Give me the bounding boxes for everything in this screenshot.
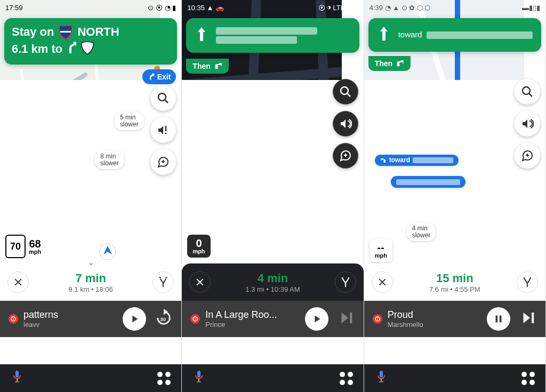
banner-to-word: to <box>51 42 62 57</box>
eta-subtext: 1.3 mi • 10:39 AM <box>211 285 334 293</box>
then-chip-label: Then <box>192 62 210 70</box>
status-bar: 4:39 ◔ ▲ ⊙ ✿ ⬡ ⬡ ▬▮▯▮ <box>364 0 545 15</box>
route-options-button[interactable] <box>335 271 356 293</box>
report-fab[interactable] <box>150 149 176 175</box>
media-bar[interactable]: patterns leavv 30 <box>0 301 181 337</box>
phone-pane-2: 10:35 ▲ 🚗 ⦿ ◑ LTE ◢ ▮ Then 0mph 4 min 1.… <box>182 0 364 392</box>
nav-banner[interactable]: Stay on NORTH 6.1 km to <box>4 18 177 65</box>
route-shield-icon <box>79 42 95 55</box>
media-title: patterns <box>23 309 123 321</box>
interstate-shield-icon <box>58 25 73 39</box>
exit-chip-label: Exit <box>157 73 171 81</box>
svg-point-11 <box>165 132 167 134</box>
forward-30-button[interactable]: 30 <box>155 309 173 329</box>
status-clock: 17:59 <box>5 4 23 12</box>
then-chip[interactable]: Then <box>368 56 411 71</box>
mic-button[interactable] <box>11 370 23 387</box>
fab-column <box>150 85 176 175</box>
alt-route-chip[interactable]: 4 minslower <box>407 223 436 241</box>
assistant-bar <box>182 364 363 392</box>
report-fab[interactable] <box>515 143 540 169</box>
status-clock: 10:35 ▲ 🚗 <box>187 4 224 12</box>
close-nav-button[interactable] <box>7 271 29 293</box>
speed-indicator: 70 68mph <box>5 235 41 258</box>
chevron-marker-icon <box>99 243 117 263</box>
status-indicators: ⦿ ◑ LTE ◢ ▮ <box>318 4 358 12</box>
svg-point-42 <box>523 87 530 94</box>
eta-time: 15 min <box>393 271 517 285</box>
eta-card[interactable]: ⌄ 7 min 9.1 km • 18:06 <box>0 263 181 301</box>
svg-rect-50 <box>495 316 497 323</box>
chevron-up-icon: ⌄ <box>87 257 94 267</box>
speed-limit: 70 <box>5 235 26 258</box>
close-nav-button[interactable] <box>372 271 393 293</box>
next-button-disabled <box>337 309 355 329</box>
search-fab[interactable] <box>150 85 176 111</box>
route-options-button[interactable] <box>517 271 538 293</box>
app-launcher-button[interactable] <box>157 372 171 385</box>
sound-fab[interactable] <box>333 111 358 137</box>
status-bar: 10:35 ▲ 🚗 ⦿ ◑ LTE ◢ ▮ <box>182 0 363 15</box>
banner-distance: 6.1 <box>12 42 28 57</box>
banner-distance-unit: km <box>31 42 49 57</box>
eta-card[interactable]: 4 min 1.3 mi • 10:39 AM <box>182 263 363 301</box>
svg-point-29 <box>341 87 348 94</box>
svg-point-8 <box>158 93 166 101</box>
mic-button[interactable] <box>192 370 205 387</box>
exit-chip[interactable]: Exit <box>142 69 176 84</box>
then-chip-label: Then <box>375 59 392 68</box>
mic-button[interactable] <box>375 370 388 387</box>
play-button[interactable] <box>123 307 146 331</box>
svg-point-18 <box>13 318 14 319</box>
eta-time: 7 min <box>29 271 152 285</box>
alt-route-chip[interactable]: 8 minslower <box>95 151 124 169</box>
close-nav-button[interactable] <box>189 271 211 293</box>
media-app-icon <box>190 314 200 324</box>
media-artist: leavv <box>23 321 123 329</box>
sound-alert-fab[interactable] <box>150 117 176 143</box>
play-button[interactable] <box>305 307 328 331</box>
straight-arrow-icon <box>195 26 208 45</box>
current-speed: 0mph <box>187 235 210 258</box>
search-fab[interactable] <box>333 79 358 105</box>
eta-card[interactable]: 15 min 7.6 mi • 4:55 PM <box>364 263 545 301</box>
report-fab[interactable] <box>333 143 358 169</box>
fab-column <box>333 79 358 169</box>
current-speed: 68mph <box>29 238 41 255</box>
svg-rect-7 <box>60 31 71 33</box>
status-indicators: ⊙ ⦿ ◔ ▮ <box>148 4 176 12</box>
straight-arrow-icon <box>377 26 391 44</box>
road-label-chip <box>391 176 465 188</box>
status-clock: 4:39 ◔ ▲ ⊙ ✿ ⬡ ⬡ <box>370 4 431 12</box>
phone-pane-1: 17:59 ⊙ ⦿ ◔ ▮ Stay on NORTH 6.1 km to Ex… <box>0 0 182 392</box>
svg-point-49 <box>377 318 378 319</box>
banner-prefix: Stay on <box>12 25 54 39</box>
next-button[interactable] <box>519 309 537 329</box>
media-bar[interactable]: Proud Marshmello <box>364 301 545 337</box>
nav-banner[interactable]: toward <box>368 18 541 52</box>
next-turn-chip[interactable]: toward <box>375 155 459 166</box>
nav-banner[interactable] <box>186 18 359 53</box>
assistant-bar <box>364 364 545 392</box>
media-bar[interactable]: In A Large Roo... Prince <box>182 301 363 337</box>
media-app-icon <box>373 314 382 324</box>
media-artist: Prince <box>205 321 304 329</box>
speed-indicator: --mph <box>370 239 392 262</box>
banner-text: toward <box>398 30 533 40</box>
eta-subtext: 9.1 km • 18:06 <box>29 285 152 293</box>
phone-pane-3: 4:39 ◔ ▲ ⊙ ✿ ⬡ ⬡ ▬▮▯▮ toward Then toward… <box>364 0 546 392</box>
then-chip[interactable]: Then <box>186 59 228 74</box>
svg-line-30 <box>347 93 350 97</box>
media-artist: Marshmello <box>388 321 487 329</box>
pause-button[interactable] <box>487 307 510 331</box>
svg-text:30: 30 <box>160 316 166 322</box>
alt-route-chip[interactable]: 5 minslower <box>115 112 144 130</box>
svg-point-36 <box>195 318 196 319</box>
route-options-button[interactable] <box>152 271 174 293</box>
search-fab[interactable] <box>515 79 540 105</box>
app-launcher-button[interactable] <box>521 372 535 385</box>
app-launcher-button[interactable] <box>340 372 353 385</box>
status-bar: 17:59 ⊙ ⦿ ◔ ▮ <box>0 0 181 15</box>
eta-time: 4 min <box>211 271 334 285</box>
sound-fab[interactable] <box>515 111 540 137</box>
